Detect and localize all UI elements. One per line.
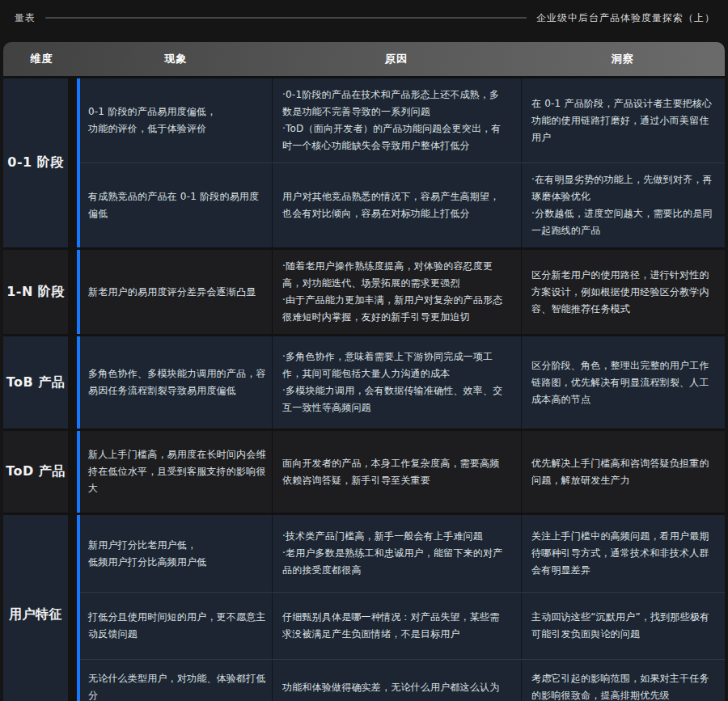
cell-insight: 在 0-1 产品阶段，产品设计者主要把核心功能的使用链路打磨好，通过小而美留住用… xyxy=(521,78,725,163)
cell-insight: 考虑它引起的影响范围，如果对主干任务的影响很致命，提高排期优先级 xyxy=(521,660,725,701)
header-cell-insight: 洞察 xyxy=(521,42,725,76)
cell-reason: 仔细甄别具体是哪一种情况：对产品失望，某些需求没被满足产生负面情绪，不是目标用户 xyxy=(272,593,521,659)
top-bar-label: 量表 xyxy=(15,11,36,25)
table-header-row: 维度 现象 原因 洞察 xyxy=(3,42,725,76)
dimension-group-0-1: 0-1 阶段 0-1 阶段的产品易用度偏低， 功能的评价，低于体验评价 ·0-1… xyxy=(3,78,725,247)
cell-phenomenon: 新用户打分比老用户低， 低频用户打分比高频用户低 xyxy=(80,515,272,592)
cell-reason: 用户对其他竞品熟悉的情况下，容易产生高期望，也会有对比倾向，容易在对标功能上打低… xyxy=(272,163,521,247)
header-cell-reason: 原因 xyxy=(272,42,521,76)
cell-phenomenon: 有成熟竞品的产品在 0-1 阶段的易用度偏低 xyxy=(80,163,272,247)
cell-reason: 功能和体验做得确实差，无论什么用户都这么认为 xyxy=(272,660,521,701)
cell-phenomenon: 打低分且使用时间短的用户，更不愿意主动反馈问题 xyxy=(80,593,272,659)
measurement-table: 维度 现象 原因 洞察 0-1 阶段 0-1 阶段的产品易用度偏低， 功能的评价… xyxy=(3,42,725,701)
table-row: 新老用户的易用度评分差异会逐渐凸显 ·随着老用户操作熟练度提高，对体验的容忍度更… xyxy=(80,250,725,334)
cell-insight: 区分阶段、角色，整理出完整的用户工作链路图，优先解决有明显流程割裂、人工成本高的… xyxy=(521,336,725,429)
table-row: 新用户打分比老用户低， 低频用户打分比高频用户低 ·技术类产品门槛高，新手一般会… xyxy=(80,515,725,592)
table-row: 打低分且使用时间短的用户，更不愿意主动反馈问题 仔细甄别具体是哪一种情况：对产品… xyxy=(80,592,725,659)
header-cell-phenomenon: 现象 xyxy=(80,42,272,76)
dimension-group-tod: ToD 产品 新人上手门槛高，易用度在长时间内会维持在低位水平，且受到客服支持的… xyxy=(3,431,725,513)
cell-phenomenon: 无论什么类型用户，对功能、体验都打低分 xyxy=(80,660,272,701)
cell-phenomenon: 新老用户的易用度评分差异会逐渐凸显 xyxy=(80,250,272,334)
cell-reason: ·技术类产品门槛高，新手一般会有上手难问题 ·老用户多数是熟练工和忠诚用户，能留… xyxy=(272,515,521,592)
cell-insight: 优先解决上手门槛高和咨询答疑负担重的问题，解放研发生产力 xyxy=(521,431,725,513)
cell-reason: ·0-1阶段的产品在技术和产品形态上还不成熟，多数是功能不完善导致的一系列问题 … xyxy=(272,78,521,163)
header-cell-dimension: 维度 xyxy=(3,42,80,76)
dimension-group-tob: ToB 产品 多角色协作、多模块能力调用的产品，容易因任务流程割裂导致易用度偏低… xyxy=(3,336,725,429)
table-row: 有成熟竞品的产品在 0-1 阶段的易用度偏低 用户对其他竞品熟悉的情况下，容易产… xyxy=(80,163,725,247)
column-gap xyxy=(68,250,77,334)
cell-phenomenon: 新人上手门槛高，易用度在长时间内会维持在低位水平，且受到客服支持的影响很大 xyxy=(80,431,272,513)
page-title: 企业级中后台产品体验度量探索（上） xyxy=(536,11,715,25)
cell-reason: 面向开发者的产品，本身工作复杂度高，需要高频依赖咨询答疑，新手引导至关重要 xyxy=(272,431,521,513)
group-rows: 新人上手门槛高，易用度在长时间内会维持在低位水平，且受到客服支持的影响很大 面向… xyxy=(80,431,725,513)
dimension-label: 0-1 阶段 xyxy=(3,78,68,247)
dimension-label: ToD 产品 xyxy=(3,431,68,513)
dimension-group-user-traits: 用户特征 新用户打分比老用户低， 低频用户打分比高频用户低 ·技术类产品门槛高，… xyxy=(3,515,725,701)
cell-reason: ·多角色协作，意味着需要上下游协同完成一项工作，其间可能包括大量人力沟通的成本 … xyxy=(272,336,521,429)
cell-reason: ·随着老用户操作熟练度提高，对体验的容忍度更高，对功能迭代、场景拓展的需求更强烈… xyxy=(272,250,521,334)
cell-insight: 主动回访这些“沉默用户”，找到那些极有可能引发负面舆论的问题 xyxy=(521,593,725,659)
top-bar-divider xyxy=(45,17,527,19)
column-gap xyxy=(68,431,77,513)
cell-phenomenon: 多角色协作、多模块能力调用的产品，容易因任务流程割裂导致易用度偏低 xyxy=(80,336,272,429)
page: 量表 企业级中后台产品体验度量探索（上） 维度 现象 原因 洞察 0-1 阶段 … xyxy=(0,0,728,701)
group-rows: 新用户打分比老用户低， 低频用户打分比高频用户低 ·技术类产品门槛高，新手一般会… xyxy=(80,515,725,701)
table-row: 多角色协作、多模块能力调用的产品，容易因任务流程割裂导致易用度偏低 ·多角色协作… xyxy=(80,336,725,429)
table-row: 无论什么类型用户，对功能、体验都打低分 功能和体验做得确实差，无论什么用户都这么… xyxy=(80,659,725,701)
column-gap xyxy=(68,78,77,247)
dimension-label: 用户特征 xyxy=(3,515,68,701)
dimension-group-1-n: 1-N 阶段 新老用户的易用度评分差异会逐渐凸显 ·随着老用户操作熟练度提高，对… xyxy=(3,250,725,334)
group-rows: 新老用户的易用度评分差异会逐渐凸显 ·随着老用户操作熟练度提高，对体验的容忍度更… xyxy=(80,250,725,334)
table-row: 新人上手门槛高，易用度在长时间内会维持在低位水平，且受到客服支持的影响很大 面向… xyxy=(80,431,725,513)
table-row: 0-1 阶段的产品易用度偏低， 功能的评价，低于体验评价 ·0-1阶段的产品在技… xyxy=(80,78,725,163)
top-bar: 量表 企业级中后台产品体验度量探索（上） xyxy=(0,0,728,42)
dimension-label: ToB 产品 xyxy=(3,336,68,429)
group-rows: 0-1 阶段的产品易用度偏低， 功能的评价，低于体验评价 ·0-1阶段的产品在技… xyxy=(80,78,725,247)
cell-insight: ·在有明显劣势的功能上，先做到对齐，再琢磨体验优化 ·分数越低，进度空间越大，需… xyxy=(521,163,725,247)
cell-insight: 关注上手门槛中的高频问题，看用户最期待哪种引导方式，通常技术和非技术人群会有明显… xyxy=(521,515,725,592)
dimension-label: 1-N 阶段 xyxy=(3,250,68,334)
group-rows: 多角色协作、多模块能力调用的产品，容易因任务流程割裂导致易用度偏低 ·多角色协作… xyxy=(80,336,725,429)
column-gap xyxy=(68,336,77,429)
cell-insight: 区分新老用户的使用路径，进行针对性的方案设计，例如根据使用经验区分教学内容、智能… xyxy=(521,250,725,334)
cell-phenomenon: 0-1 阶段的产品易用度偏低， 功能的评价，低于体验评价 xyxy=(80,78,272,163)
column-gap xyxy=(68,515,77,701)
